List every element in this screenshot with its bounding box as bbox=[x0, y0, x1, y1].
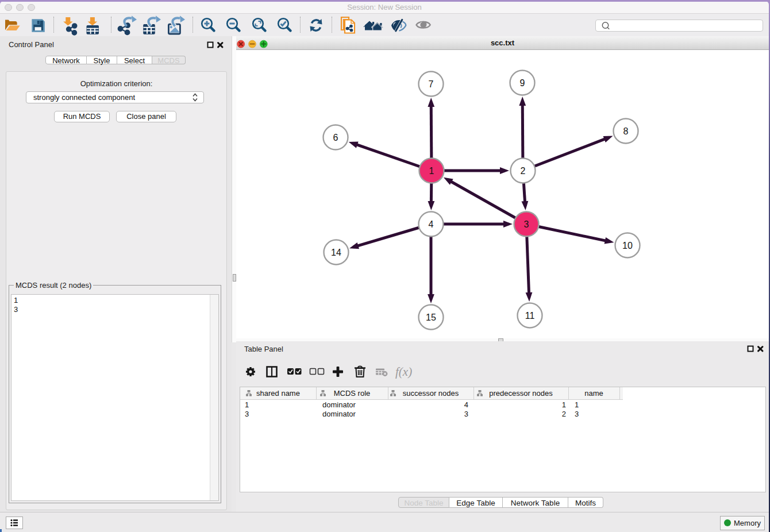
svg-text:14: 14 bbox=[331, 248, 341, 257]
svg-text:11: 11 bbox=[525, 311, 535, 321]
svg-text:10: 10 bbox=[622, 241, 633, 250]
svg-text:f(x): f(x) bbox=[395, 365, 412, 379]
svg-text:15: 15 bbox=[426, 313, 436, 322]
svg-text:4: 4 bbox=[429, 219, 434, 229]
svg-text:2: 2 bbox=[521, 166, 526, 176]
svg-text:3: 3 bbox=[524, 219, 529, 229]
svg-text:1: 1 bbox=[429, 166, 434, 176]
svg-text:8: 8 bbox=[623, 126, 629, 136]
svg-text:6: 6 bbox=[333, 133, 338, 142]
svg-text:7: 7 bbox=[429, 79, 434, 89]
svg-text:9: 9 bbox=[520, 78, 525, 88]
